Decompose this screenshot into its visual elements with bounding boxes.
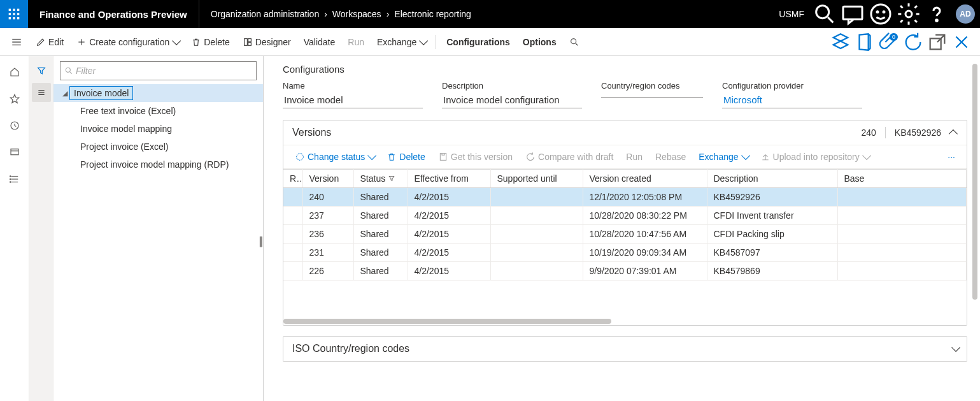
table-row[interactable]: 236Shared4/2/201510/28/2020 10:47:56 AMC… [283, 225, 967, 244]
version-exchange-button[interactable]: Exchange [693, 149, 752, 164]
delete-button[interactable]: Delete [185, 28, 236, 56]
dynamics-icon[interactable] [830, 31, 851, 53]
tree-item-root[interactable]: ◢ Invoice model [53, 84, 263, 102]
description-value[interactable]: Invoice model configuration [442, 92, 582, 108]
svg-rect-11 [843, 6, 862, 19]
more-button[interactable]: ··· [942, 149, 960, 164]
app-title: Finance and Operations Preview [28, 0, 199, 28]
svg-rect-2 [17, 9, 19, 11]
cell-r [283, 188, 302, 207]
compare-label: Compare with draft [538, 152, 613, 162]
favorites-icon[interactable] [2, 87, 27, 111]
country-value[interactable] [601, 92, 703, 98]
content-area: Configurations Name Invoice model Descri… [264, 56, 980, 401]
svg-rect-24 [248, 42, 251, 45]
office-icon[interactable] [854, 31, 876, 53]
col-created[interactable]: Version created [583, 170, 707, 188]
popout-icon[interactable] [927, 31, 948, 53]
designer-button[interactable]: Designer [236, 28, 297, 56]
svg-point-13 [877, 11, 878, 13]
cell-created: 10/28/2020 10:47:56 AM [583, 225, 707, 244]
home-icon[interactable] [2, 60, 27, 84]
breadcrumb-item[interactable]: Electronic reporting [394, 9, 471, 19]
exchange-button[interactable]: Exchange [371, 28, 432, 56]
svg-point-36 [10, 176, 11, 177]
tree-item[interactable]: Free text invoice (Excel) [53, 102, 263, 120]
user-avatar[interactable]: AD [956, 4, 975, 24]
command-bar: Edit Create configuration Delete Designe… [0, 28, 980, 56]
col-supported[interactable]: Supported until [490, 170, 583, 188]
version-delete-button[interactable]: Delete [381, 149, 430, 164]
validate-button[interactable]: Validate [297, 28, 342, 56]
table-row[interactable]: 240Shared4/2/201512/1/2020 12:05:08 PMKB… [283, 188, 967, 207]
cell-created: 9/9/2020 07:39:01 AM [583, 262, 707, 281]
summary-description: KB4592926 [895, 128, 941, 138]
col-version[interactable]: Version [302, 170, 353, 188]
search-icon[interactable] [812, 0, 837, 28]
svg-point-16 [936, 20, 938, 22]
upload-button: Upload into repository [755, 149, 874, 164]
table-row[interactable]: 231Shared4/2/201510/19/2020 09:09:34 AMK… [283, 244, 967, 262]
refresh-icon[interactable] [902, 31, 924, 53]
col-r[interactable]: R... [283, 170, 302, 188]
tree-item[interactable]: Project invoice model mapping (RDP) [53, 156, 263, 173]
find-button[interactable] [563, 28, 586, 56]
cell-supported [490, 244, 583, 262]
company-code[interactable]: USMF [779, 9, 804, 19]
table-row[interactable]: 226Shared4/2/20159/9/2020 07:39:01 AMKB4… [283, 262, 967, 281]
col-status[interactable]: Status [353, 170, 408, 188]
cell-version: 231 [302, 244, 353, 262]
attachments-icon[interactable]: 0 [878, 31, 900, 53]
col-description[interactable]: Description [707, 170, 837, 188]
filter-box[interactable] [60, 61, 257, 80]
tree-item[interactable]: Invoice model mapping [53, 120, 263, 138]
vertical-scrollbar[interactable] [972, 64, 977, 306]
chat-icon[interactable] [840, 0, 865, 28]
rebase-button: Rebase [650, 149, 691, 164]
configurations-tab[interactable]: Configurations [440, 28, 516, 56]
breadcrumb-item[interactable]: Organization administration [211, 9, 319, 19]
iso-header[interactable]: ISO Country/region codes [283, 337, 967, 361]
svg-rect-6 [9, 17, 11, 19]
name-value[interactable]: Invoice model [283, 92, 423, 108]
filter-input[interactable] [76, 66, 252, 76]
versions-title: Versions [292, 127, 331, 138]
caret-down-icon[interactable]: ◢ [60, 89, 70, 98]
horizontal-scrollbar[interactable] [283, 319, 967, 325]
nav-rail [0, 56, 29, 401]
breadcrumb-item[interactable]: Workspaces [332, 9, 381, 19]
edit-button[interactable]: Edit [29, 28, 70, 56]
cell-base [837, 207, 967, 225]
workspaces-icon[interactable] [2, 140, 27, 164]
chevron-up-icon[interactable] [949, 129, 958, 138]
country-label: Country/region codes [601, 81, 703, 91]
related-info-icon[interactable] [32, 83, 51, 102]
attachments-badge: 0 [890, 33, 898, 41]
svg-point-38 [10, 182, 11, 183]
change-status-button[interactable]: Change status [290, 149, 379, 164]
gear-icon[interactable] [896, 0, 921, 28]
help-icon[interactable] [924, 0, 949, 28]
filter-icon[interactable] [32, 61, 51, 80]
svg-point-42 [66, 68, 70, 72]
breadcrumb: Organization administration › Workspaces… [199, 9, 483, 19]
chevron-down-icon [172, 36, 181, 45]
table-row[interactable]: 237Shared4/2/201510/28/2020 08:30:22 PMC… [283, 207, 967, 225]
smiley-icon[interactable] [868, 0, 893, 28]
versions-header[interactable]: Versions 240 KB4592926 [283, 120, 967, 145]
nav-toggle[interactable] [4, 36, 29, 48]
options-tab[interactable]: Options [516, 28, 563, 56]
versions-toolbar: Change status Delete Get this version Co… [283, 145, 967, 169]
close-icon[interactable] [951, 31, 972, 53]
col-effective[interactable]: Effective from [408, 170, 490, 188]
tree-item[interactable]: Project invoice (Excel) [53, 138, 263, 156]
recent-icon[interactable] [2, 113, 27, 138]
svg-rect-1 [13, 9, 15, 11]
chevron-down-icon[interactable] [951, 343, 960, 352]
app-launcher[interactable] [0, 0, 28, 28]
modules-icon[interactable] [2, 167, 27, 191]
col-base[interactable]: Base [837, 170, 967, 188]
version-run-label: Run [626, 152, 643, 162]
create-configuration-button[interactable]: Create configuration [70, 28, 185, 56]
provider-value[interactable]: Microsoft [722, 92, 862, 108]
